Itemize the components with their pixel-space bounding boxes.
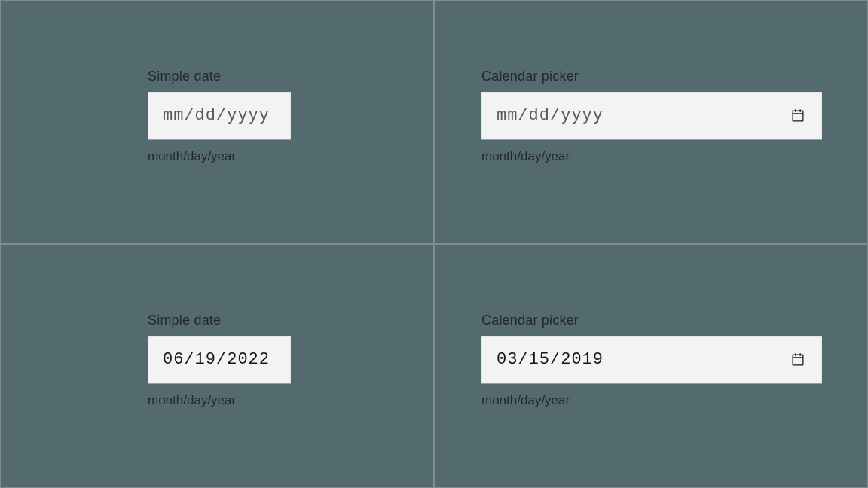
field-helper-text: month/day/year [481,393,821,408]
field-label: Simple date [148,313,291,328]
calendar-icon[interactable] [789,107,807,125]
field-label: Calendar picker [481,69,821,84]
date-picker-input[interactable]: 03/15/2019 [481,336,822,384]
date-picker-field-group: Calendar picker mm/dd/yyyy month/day/yea… [481,69,821,164]
date-input[interactable]: 06/19/2022 [148,336,291,384]
date-picker-input[interactable]: mm/dd/yyyy [481,92,822,140]
input-value-text: 06/19/2022 [163,350,270,369]
date-field-group: Simple date mm/dd/yyyy month/day/year [148,69,291,164]
example-cell-simple-filled: Simple date 06/19/2022 month/day/year [0,244,434,488]
example-cell-simple-empty: Simple date mm/dd/yyyy month/day/year [0,0,434,244]
example-cell-picker-empty: Calendar picker mm/dd/yyyy month/day/yea… [434,0,868,244]
field-helper-text: month/day/year [481,149,821,164]
input-placeholder-text: mm/dd/yyyy [497,106,604,125]
calendar-icon[interactable] [789,351,807,369]
example-grid: Simple date mm/dd/yyyy month/day/year Ca… [0,0,868,488]
example-cell-picker-filled: Calendar picker 03/15/2019 month/day/yea… [434,244,868,488]
field-helper-text: month/day/year [148,149,291,164]
input-value-text: 03/15/2019 [497,350,604,369]
field-label: Calendar picker [481,313,821,328]
field-label: Simple date [148,69,291,84]
date-picker-field-group: Calendar picker 03/15/2019 month/day/yea… [481,313,821,408]
field-helper-text: month/day/year [148,393,291,408]
date-field-group: Simple date 06/19/2022 month/day/year [148,313,291,408]
date-input[interactable]: mm/dd/yyyy [148,92,291,140]
input-placeholder-text: mm/dd/yyyy [163,106,270,125]
